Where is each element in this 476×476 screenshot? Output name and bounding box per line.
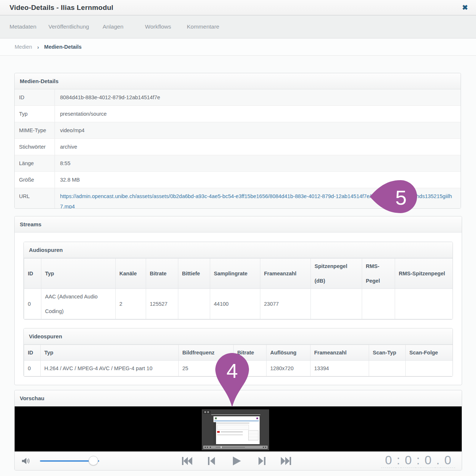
thumbnail-browser-page <box>213 416 260 444</box>
col-header: Kanäle <box>116 259 146 289</box>
annotation-marker-4: 4 <box>215 352 250 408</box>
skip-to-start-button[interactable] <box>181 455 193 466</box>
svg-text:4: 4 <box>226 359 238 382</box>
timer-ms: 0 <box>440 453 455 467</box>
cell <box>395 289 453 319</box>
play-button[interactable] <box>231 455 242 466</box>
cell: H.264 / AVC / MPEG-4 AVC / MPEG-4 part 1… <box>41 361 179 376</box>
col-header: Typ <box>41 345 179 361</box>
table-row: Länge 8:55 <box>15 155 461 172</box>
skip-to-end-button[interactable] <box>280 455 292 466</box>
col-header: Spitzenpegel (dB) <box>311 259 362 289</box>
cell <box>406 361 453 376</box>
col-header: Auflösung <box>267 345 310 361</box>
row-label: Länge <box>15 155 55 171</box>
video-thumbnail <box>202 409 269 450</box>
cell: 1280x720 <box>267 361 310 376</box>
row-label: Typ <box>15 106 55 122</box>
cell: AAC (Advanced Audio Coding) <box>41 289 116 319</box>
tab-veroeffentlichungen[interactable]: Veröffentlichung <box>48 23 89 30</box>
row-value: 8:55 <box>55 155 461 171</box>
row-value: 8084d41b-883e-4012-879d-12ab14514f7e <box>55 89 461 105</box>
playback-timer: 0 HR : 0 MIN : 0 SEC <box>381 453 455 471</box>
row-label: ID <box>15 89 55 105</box>
breadcrumb: Medien › Medien-Details <box>0 38 476 56</box>
cell: 13394 <box>310 361 369 376</box>
table-row: Stichwörter archive <box>15 139 461 155</box>
audiospuren-title: Audiospuren <box>24 242 453 258</box>
col-header: Samplingrate <box>210 259 260 289</box>
col-header: Bittiefe <box>178 259 210 289</box>
row-value: presentation/source <box>55 106 461 122</box>
player-controls: 0 HR : 0 MIN : 0 SEC <box>15 451 462 471</box>
col-header: ID <box>24 259 41 289</box>
audiospuren-table: ID Typ Kanäle Bitrate Bittiefe Samplingr… <box>24 258 453 319</box>
col-header: Typ <box>41 259 116 289</box>
volume-slider-handle[interactable] <box>89 456 98 465</box>
col-header: Bitrate <box>146 259 178 289</box>
col-header: RMS-Pegel <box>362 259 395 289</box>
table-row: MIME-Type video/mp4 <box>15 122 461 139</box>
table-row: 0 AAC (Advanced Audio Coding) 2 125527 4… <box>24 289 453 319</box>
table-header-row: ID Typ Kanäle Bitrate Bittiefe Samplingr… <box>24 259 453 289</box>
timer-ms-label: MS <box>440 468 455 471</box>
row-value: archive <box>55 139 461 155</box>
thumbnail-player-bar <box>203 446 268 449</box>
cell: 23077 <box>260 289 311 319</box>
cell: 2 <box>116 289 146 319</box>
timer-min: 0 <box>401 453 416 467</box>
timer-hr-label: HR <box>381 468 396 471</box>
volume-icon[interactable] <box>21 457 31 465</box>
previous-frame-button[interactable] <box>206 455 218 466</box>
breadcrumb-medien[interactable]: Medien <box>15 44 32 50</box>
cell: 0 <box>24 289 41 319</box>
timer-sec-label: SEC <box>421 468 435 471</box>
timer-hr: 0 <box>381 453 396 467</box>
audiospuren-panel: Audiospuren ID Typ Kanäle Bitrate Bittie… <box>23 242 453 320</box>
cell <box>362 289 395 319</box>
row-label: URL <box>15 188 55 209</box>
timer-min-label: MIN <box>401 468 416 471</box>
tab-anlagen[interactable]: Anlagen <box>103 23 123 30</box>
col-header: Frameanzahl <box>310 345 369 361</box>
video-preview-area[interactable] <box>15 406 462 451</box>
breadcrumb-medien-details: Medien-Details <box>44 44 82 50</box>
row-label: Größe <box>15 172 55 188</box>
close-icon[interactable]: ✖ <box>462 3 468 12</box>
cell: 0 <box>24 361 41 376</box>
next-frame-button[interactable] <box>256 455 267 466</box>
col-header: ID <box>24 345 41 361</box>
thumbnail-overlay-icons <box>203 410 211 414</box>
cell <box>369 361 406 376</box>
cell: 44100 <box>210 289 260 319</box>
timer-sec: 0 <box>421 453 435 467</box>
row-label: Stichwörter <box>15 139 55 155</box>
col-header: Scan-Folge <box>406 345 453 361</box>
row-label: MIME-Type <box>15 122 55 138</box>
col-header: Frameanzahl <box>260 259 311 289</box>
table-row: ID 8084d41b-883e-4012-879d-12ab14514f7e <box>15 89 461 106</box>
svg-text:5: 5 <box>395 186 406 209</box>
tab-metadaten[interactable]: Metadaten <box>10 23 36 30</box>
tab-workflows[interactable]: Workflows <box>145 23 171 30</box>
annotation-marker-5: 5 <box>369 179 418 214</box>
modal-title: Video-Details - Ilias Lernmodul <box>10 4 114 12</box>
tab-kommentare[interactable]: Kommentare <box>187 23 219 30</box>
col-header: RMS-Spitzenpegel <box>395 259 453 289</box>
cell <box>311 289 362 319</box>
table-row: Typ presentation/source <box>15 106 461 122</box>
modal-header: Video-Details - Ilias Lernmodul ✖ <box>0 0 476 15</box>
video-details-modal: Video-Details - Ilias Lernmodul ✖ Metada… <box>0 0 476 476</box>
streams-title: Streams <box>15 216 462 233</box>
cell <box>178 289 210 319</box>
tab-bar: Metadaten Veröffentlichung Anlagen Workf… <box>0 15 476 38</box>
chevron-right-icon: › <box>37 44 39 50</box>
cell: 125527 <box>146 289 178 319</box>
row-value: video/mp4 <box>55 122 461 138</box>
videospuren-title: Videospuren <box>24 328 453 345</box>
medien-details-title: Medien-Details <box>15 73 461 89</box>
col-header: Scan-Typ <box>369 345 406 361</box>
